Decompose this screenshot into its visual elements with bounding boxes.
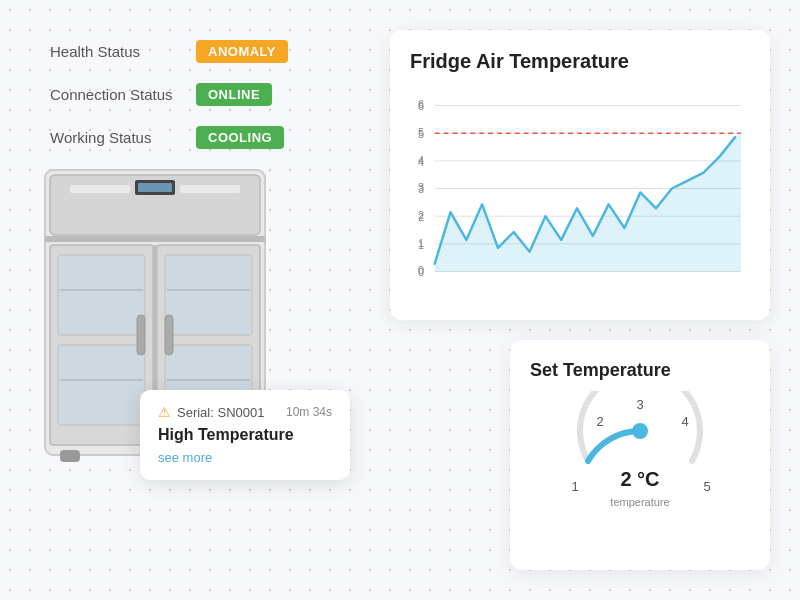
status-panel: Health Status ANOMALY Connection Status … xyxy=(50,40,288,149)
svg-rect-14 xyxy=(137,315,145,355)
tooltip-time: 10m 34s xyxy=(286,405,332,419)
svg-text:2: 2 xyxy=(418,209,424,221)
gauge-area: 1 2 3 4 5 2 °C temperature xyxy=(550,391,730,521)
see-more-link[interactable]: see more xyxy=(158,450,212,465)
svg-point-44 xyxy=(632,423,648,439)
svg-text:5: 5 xyxy=(418,126,424,138)
warning-icon: ⚠ xyxy=(158,404,171,420)
health-status-badge: ANOMALY xyxy=(196,40,288,63)
svg-text:6: 6 xyxy=(418,98,424,110)
chart-svg: 0 1 2 3 4 5 6 xyxy=(410,85,746,295)
svg-rect-6 xyxy=(58,255,145,335)
temp-card-title: Set Temperature xyxy=(530,360,671,381)
connection-status-row: Connection Status ONLINE xyxy=(50,83,288,106)
working-status-label: Working Status xyxy=(50,129,180,146)
main-container: Health Status ANOMALY Connection Status … xyxy=(0,0,800,600)
connection-status-badge: ONLINE xyxy=(196,83,272,106)
serial-number: Serial: SN0001 xyxy=(177,405,264,420)
svg-text:4: 4 xyxy=(418,154,424,166)
svg-rect-7 xyxy=(58,345,145,425)
tooltip-serial-row: ⚠ Serial: SN0001 xyxy=(158,404,264,420)
svg-text:1: 1 xyxy=(571,479,578,494)
working-status-row: Working Status COOLING xyxy=(50,126,288,149)
svg-text:temperature: temperature xyxy=(610,496,669,508)
chart-area: 0 1 2 3 4 5 6 xyxy=(410,85,746,295)
svg-text:3: 3 xyxy=(636,397,643,412)
svg-rect-2 xyxy=(45,236,265,242)
svg-text:5: 5 xyxy=(703,479,710,494)
svg-rect-19 xyxy=(138,183,172,192)
set-temperature-card: Set Temperature 1 2 3 4 5 xyxy=(510,340,770,570)
svg-text:3: 3 xyxy=(418,181,424,193)
health-status-row: Health Status ANOMALY xyxy=(50,40,288,63)
svg-text:2 °C: 2 °C xyxy=(620,468,659,490)
gauge-svg: 1 2 3 4 5 2 °C temperature xyxy=(550,391,730,531)
svg-rect-20 xyxy=(70,185,130,193)
svg-text:0: 0 xyxy=(418,264,424,276)
fridge-area: ⚠ Serial: SN0001 10m 34s High Temperatur… xyxy=(30,160,340,500)
svg-text:4: 4 xyxy=(681,414,688,429)
tooltip-header: ⚠ Serial: SN0001 10m 34s xyxy=(158,404,332,420)
svg-rect-21 xyxy=(180,185,240,193)
working-status-badge: COOLING xyxy=(196,126,284,149)
alert-title: High Temperature xyxy=(158,426,332,444)
svg-text:2: 2 xyxy=(596,414,603,429)
svg-rect-15 xyxy=(165,315,173,355)
connection-status-label: Connection Status xyxy=(50,86,180,103)
alert-tooltip: ⚠ Serial: SN0001 10m 34s High Temperatur… xyxy=(140,390,350,480)
svg-rect-8 xyxy=(165,255,252,335)
svg-text:1: 1 xyxy=(418,237,424,249)
health-status-label: Health Status xyxy=(50,43,180,60)
temperature-chart-card: Fridge Air Temperature 0 1 2 3 4 5 6 xyxy=(390,30,770,320)
chart-title: Fridge Air Temperature xyxy=(410,50,746,73)
svg-rect-16 xyxy=(60,450,80,462)
